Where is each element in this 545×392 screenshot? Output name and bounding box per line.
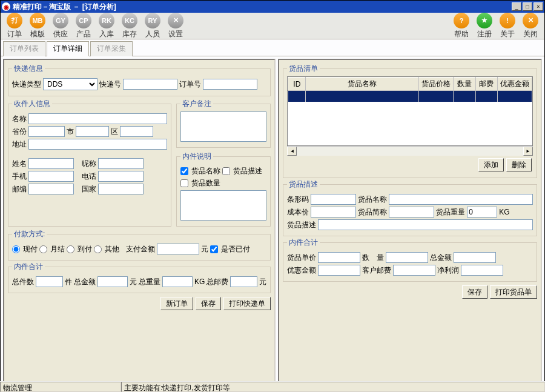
qty-input[interactable] [386,252,428,263]
print-express-button[interactable]: 打印快递单 [223,297,271,310]
pay-amount-input[interactable] [157,244,199,254]
add-button[interactable]: 添加 [478,158,504,171]
express-num-input[interactable] [123,79,177,90]
col-2[interactable]: 货品价格 [419,78,454,91]
radio-cash[interactable] [12,245,20,253]
tool-label: 订单 [7,29,22,39]
inner-desc-text[interactable] [180,190,266,221]
total-amount-input[interactable] [97,276,128,287]
weight-input[interactable] [467,207,497,218]
total-input[interactable] [454,252,496,263]
radio-cod[interactable] [67,245,74,253]
radio-other[interactable] [94,245,102,253]
profit-input[interactable] [461,265,503,276]
lbl-tamt: 总金额 [74,277,96,287]
chk-product-name[interactable] [180,167,188,175]
h-scrollbar[interactable]: ◄ ► [287,146,533,156]
city-input[interactable] [76,126,109,137]
inner-desc-group: 内件说明 货品名称 货品描述 货品数量 [176,151,271,227]
app-icon: ◉ [2,2,10,11]
product-table-wrap[interactable]: ID货品名称货品价格数量邮费优惠金额 [287,76,533,146]
lbl-nick: 昵称 [82,159,96,169]
tool-关闭[interactable]: ✕关闭 [519,12,542,41]
short-input[interactable] [389,207,434,218]
lbl-name: 名称 [12,114,27,124]
express-info-group: 快递信息 快递类型 DDS 快递号 订单号 [8,64,271,96]
mobile-input[interactable] [28,171,74,182]
nickname-input[interactable] [98,158,144,169]
right-totals-group: 内件合计 货品单价 数 量 总金额 优惠金额 客户邮费 净利润 [283,238,537,282]
address-input[interactable] [28,139,167,150]
tool-icon: ? [454,13,469,28]
cust-postage-input[interactable] [393,265,435,276]
save-product-button[interactable]: 保存 [462,285,487,299]
tab-1[interactable]: 订单详细 [47,41,89,56]
tool-label: 帮助 [454,29,469,39]
tab-0[interactable]: 订单列表 [3,41,45,56]
product-desc-input[interactable] [318,219,533,230]
scroll-right-icon[interactable]: ► [523,147,533,156]
lbl-y3: 元 [259,277,266,287]
discount-input[interactable] [318,265,360,276]
tool-帮助[interactable]: ?帮助 [450,12,473,41]
close-button[interactable]: × [533,2,543,11]
barcode-input[interactable] [311,194,356,205]
col-3[interactable]: 数量 [454,78,475,91]
delete-button[interactable]: 删除 [506,158,532,171]
note-legend: 客户备注 [180,99,213,109]
lbl-bc: 条形码 [287,194,309,205]
realname-input[interactable] [28,158,74,169]
tool-产品[interactable]: CP产品 [72,12,95,41]
province-input[interactable] [28,126,65,137]
express-type-select[interactable]: DDS [43,78,97,90]
country-input[interactable] [98,184,144,194]
zip-input[interactable] [28,184,74,194]
tool-icon: RY [145,13,160,28]
radio-monthly[interactable] [39,245,47,253]
tool-关于[interactable]: !关于 [496,12,519,41]
tool-入库[interactable]: RK入库 [95,12,118,41]
maximize-button[interactable]: □ [523,2,532,11]
minimize-button[interactable]: _ [512,2,521,11]
print-product-button[interactable]: 打印货品单 [490,285,537,299]
col-1[interactable]: 货品名称 [306,78,419,91]
customer-note-text[interactable] [180,111,266,142]
total-weight-input[interactable] [162,276,193,287]
tool-设置[interactable]: ✕设置 [164,12,187,41]
table-row[interactable] [288,91,532,102]
order-num-input[interactable] [203,79,257,90]
lbl-short: 货品简称 [358,207,387,218]
col-0[interactable]: ID [288,78,306,91]
total-postage-input[interactable] [230,276,257,287]
tool-订单[interactable]: 打订单 [3,12,26,41]
name-input[interactable] [28,113,167,124]
chk-product-qty[interactable] [180,179,188,187]
tool-模版[interactable]: MB模版 [26,12,49,41]
total-count-input[interactable] [36,276,63,287]
chk-paid[interactable] [210,245,218,253]
tabs: 订单列表订单详细订单采集 [1,39,544,56]
lbl-phone: 电话 [82,171,96,182]
unit-price-input[interactable] [318,252,360,263]
tool-供应[interactable]: GY供应 [49,12,72,41]
lbl-city: 市 [67,127,74,137]
lbl-yuan: 元 [201,244,208,254]
chk-product-desc[interactable] [222,167,230,175]
right-panel: 货品清单 ID货品名称货品价格数量邮费优惠金额 ◄ ► 添加 删除 货品描述 条… [278,59,542,392]
new-order-button[interactable]: 新订单 [160,297,193,310]
tool-人员[interactable]: RY人员 [141,12,164,41]
phone-input[interactable] [98,171,144,182]
col-4[interactable]: 邮费 [475,78,497,91]
scroll-left-icon[interactable]: ◄ [287,147,297,156]
tool-库存[interactable]: KC库存 [118,12,141,41]
col-5[interactable]: 优惠金额 [497,78,532,91]
cost-input[interactable] [311,207,356,218]
tool-label: 关于 [500,29,515,39]
express-num-label: 快递号 [99,79,121,90]
district-input[interactable] [120,126,153,137]
tool-icon: 打 [7,13,22,28]
tool-注册[interactable]: ★注册 [473,12,496,41]
tab-2[interactable]: 订单采集 [90,41,133,56]
product-name-input[interactable] [389,194,533,205]
save-button[interactable]: 保存 [196,297,221,310]
